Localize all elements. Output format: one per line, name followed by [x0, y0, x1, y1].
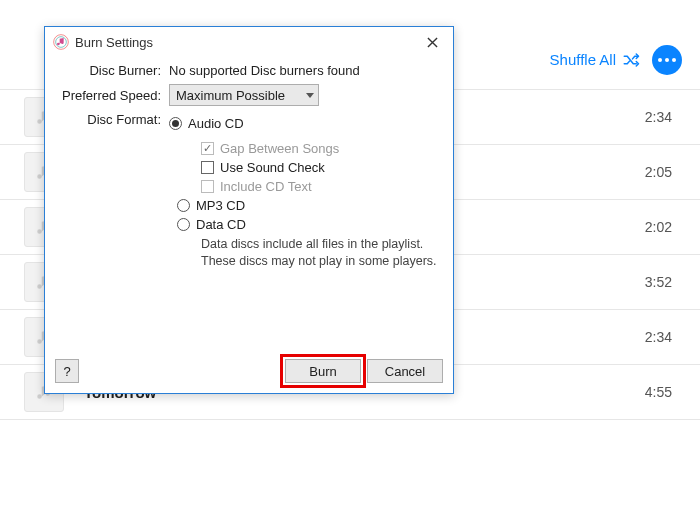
shuffle-icon — [622, 51, 640, 69]
close-icon — [427, 37, 438, 48]
preferred-speed-value: Maximum Possible — [176, 88, 285, 103]
track-duration: 4:55 — [645, 384, 672, 400]
dialog-body: Disc Burner: No supported Disc burners f… — [45, 57, 453, 280]
track-duration: 2:34 — [645, 329, 672, 345]
shuffle-all-button[interactable]: Shuffle All — [550, 51, 640, 69]
preferred-speed-select[interactable]: Maximum Possible — [169, 84, 319, 106]
close-button[interactable] — [417, 30, 447, 54]
gap-between-songs-checkbox[interactable] — [201, 142, 214, 155]
audio-cd-radio[interactable] — [169, 117, 182, 130]
use-sound-check-label: Use Sound Check — [220, 160, 325, 175]
gap-between-songs-label: Gap Between Songs — [220, 141, 339, 156]
use-sound-check-checkbox[interactable] — [201, 161, 214, 174]
dialog-titlebar[interactable]: Burn Settings — [45, 27, 453, 57]
data-cd-label: Data CD — [196, 217, 246, 232]
more-button[interactable] — [652, 45, 682, 75]
data-cd-radio[interactable] — [177, 218, 190, 231]
burn-settings-dialog: Burn Settings Disc Burner: No supported … — [44, 26, 454, 394]
itunes-icon — [53, 34, 69, 50]
burn-button[interactable]: Burn — [285, 359, 361, 383]
mp3-cd-label: MP3 CD — [196, 198, 245, 213]
disc-burner-label: Disc Burner: — [59, 63, 169, 78]
include-cd-text-label: Include CD Text — [220, 179, 312, 194]
disc-format-label: Disc Format: — [59, 112, 169, 127]
cancel-button[interactable]: Cancel — [367, 359, 443, 383]
audio-cd-label: Audio CD — [188, 116, 244, 131]
shuffle-all-label: Shuffle All — [550, 51, 616, 68]
data-cd-note: Data discs include all files in the play… — [201, 236, 439, 270]
dialog-title: Burn Settings — [75, 35, 417, 50]
mp3-cd-radio[interactable] — [177, 199, 190, 212]
preferred-speed-label: Preferred Speed: — [59, 88, 169, 103]
disc-burner-value: No supported Disc burners found — [169, 63, 439, 78]
dialog-footer: ? Burn Cancel — [55, 359, 443, 383]
chevron-down-icon — [306, 93, 314, 98]
include-cd-text-checkbox[interactable] — [201, 180, 214, 193]
track-duration: 2:05 — [645, 164, 672, 180]
help-button[interactable]: ? — [55, 359, 79, 383]
track-duration: 2:34 — [645, 109, 672, 125]
track-duration: 3:52 — [645, 274, 672, 290]
track-duration: 2:02 — [645, 219, 672, 235]
